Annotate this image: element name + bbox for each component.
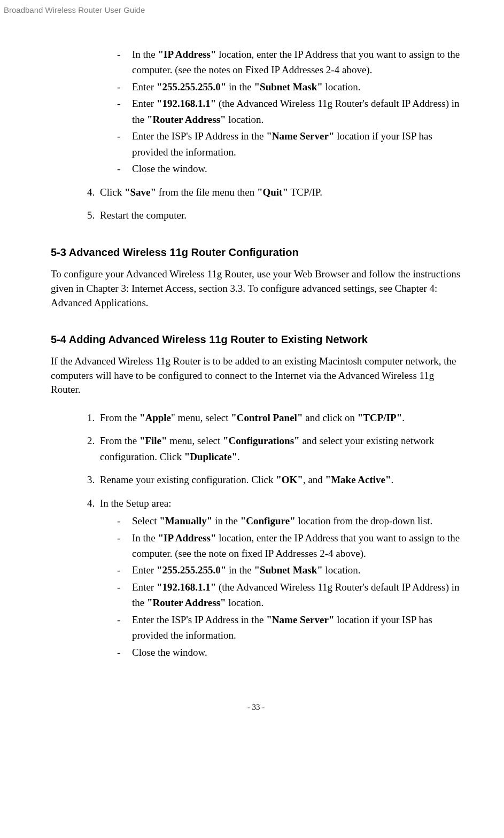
text: Close the window. <box>132 163 207 174</box>
text: Click <box>100 187 125 198</box>
section-heading-5-3: 5-3 Advanced Wireless 11g Router Configu… <box>51 246 461 259</box>
text: From the <box>100 412 139 423</box>
page-number: - 33 - <box>51 703 461 712</box>
section-paragraph: To configure your Advanced Wireless 11g … <box>51 267 461 310</box>
list-item: 4. In the Setup area: - Select "Manually… <box>51 495 461 660</box>
text: . <box>402 412 405 423</box>
sub-item: - Close the window. <box>100 161 461 176</box>
text: Enter <box>132 581 157 593</box>
sub-item: - Enter "192.168.1.1" (the Advanced Wire… <box>100 96 461 127</box>
list-number: 3. <box>87 472 95 487</box>
list-item: - In the "IP Address" location, enter th… <box>51 46 461 177</box>
text-bold: "Router Address" <box>147 597 226 608</box>
text: Rename your existing configuration. Clic… <box>100 474 276 485</box>
text: from the file menu then <box>156 187 257 198</box>
bullet-dash: - <box>117 96 120 111</box>
list-item: 5. Restart the computer. <box>51 207 461 223</box>
text-bold: "Duplicate" <box>184 451 237 462</box>
sub-item: - Select "Manually" in the "Configure" l… <box>100 513 461 529</box>
bullet-dash: - <box>117 46 120 62</box>
text: and click on <box>303 412 357 423</box>
bullet-dash: - <box>117 612 120 627</box>
text-bold: "Subnet Mask" <box>254 81 323 92</box>
bullet-dash: - <box>117 579 120 595</box>
list-number: 4. <box>87 495 95 511</box>
text: In the <box>132 532 158 544</box>
text: . <box>391 474 394 485</box>
text: location. <box>323 564 361 576</box>
bullet-dash: - <box>117 645 120 660</box>
sub-item: - Enter the ISP's IP Address in the "Nam… <box>100 128 461 160</box>
text: Enter the ISP's IP Address in the <box>132 614 266 625</box>
numbered-list: 1. From the "Apple" menu, select "Contro… <box>51 410 461 660</box>
sub-item: - In the "IP Address" location, enter th… <box>100 530 461 562</box>
text-bold: "192.168.1.1" <box>157 581 216 593</box>
text-bold: "192.168.1.1" <box>157 98 216 109</box>
list-item: 3. Rename your existing configuration. C… <box>51 472 461 487</box>
text-bold: "File" <box>139 435 167 446</box>
bullet-dash: - <box>117 513 120 529</box>
text-bold: "Make Active" <box>325 474 391 485</box>
text: Close the window. <box>132 647 207 658</box>
text: In the Setup area: <box>100 498 171 509</box>
text-bold: "Control Panel" <box>231 412 303 423</box>
text: menu, select <box>167 435 223 446</box>
bullet-dash: - <box>117 79 120 95</box>
text: From the <box>100 435 139 446</box>
sub-item: - Enter "255.255.255.0" in the "Subnet M… <box>100 79 461 95</box>
sub-item: - Enter "255.255.255.0" in the "Subnet M… <box>100 562 461 578</box>
text: in the <box>226 81 254 92</box>
running-header: Broadband Wireless Router User Guide <box>4 5 461 14</box>
list-number: 2. <box>87 433 95 448</box>
text: TCP/IP. <box>288 187 322 198</box>
text: location. <box>323 81 361 92</box>
text-bold: "Name Server" <box>266 614 334 625</box>
text: Select <box>132 515 159 526</box>
sub-item: - In the "IP Address" location, enter th… <box>100 46 461 78</box>
text-bold: "Save" <box>125 187 156 198</box>
sub-item: - Close the window. <box>100 645 461 660</box>
text-bold: "Configure" <box>241 515 296 526</box>
list-item: 2. From the "File" menu, select "Configu… <box>51 433 461 464</box>
text: location from the drop-down list. <box>296 515 432 526</box>
text: Enter <box>132 564 157 576</box>
text-bold: "Subnet Mask" <box>254 564 323 576</box>
sub-item: - Enter "192.168.1.1" (the Advanced Wire… <box>100 579 461 611</box>
list-number: 1. <box>87 410 95 425</box>
bullet-dash: - <box>117 161 120 176</box>
text: location. <box>226 597 264 608</box>
bullet-dash: - <box>117 530 120 546</box>
text-bold: "Router Address" <box>147 114 226 125</box>
list-number: 5. <box>87 207 95 223</box>
text-bold: "TCP/IP" <box>358 412 402 423</box>
text-bold: "Configurations" <box>223 435 300 446</box>
text-bold: "Apple <box>139 412 171 423</box>
text-bold: "IP Address" <box>158 49 216 60</box>
text-bold: "Manually" <box>159 515 212 526</box>
text-bold: "IP Address" <box>158 532 216 544</box>
text-bold: "OK" <box>276 474 303 485</box>
sub-item: - Enter the ISP's IP Address in the "Nam… <box>100 612 461 643</box>
section-heading-5-4: 5-4 Adding Advanced Wireless 11g Router … <box>51 333 461 346</box>
bullet-dash: - <box>117 562 120 578</box>
sub-list: - In the "IP Address" location, enter th… <box>100 46 461 177</box>
text-bold: "Name Server" <box>266 130 334 142</box>
list-item: 1. From the "Apple" menu, select "Contro… <box>51 410 461 425</box>
text: Enter <box>132 98 157 109</box>
text: location. <box>226 114 264 125</box>
text-bold: "Quit" <box>257 187 288 198</box>
text: In the <box>132 49 158 60</box>
continued-list: - In the "IP Address" location, enter th… <box>51 46 461 223</box>
text: , and <box>303 474 325 485</box>
text: Enter the ISP's IP Address in the <box>132 130 266 142</box>
text: in the <box>212 515 240 526</box>
text: Enter <box>132 81 157 92</box>
bullet-dash: - <box>117 128 120 144</box>
text: . <box>237 451 240 462</box>
section-paragraph: If the Advanced Wireless 11g Router is t… <box>51 354 461 397</box>
list-number: 4. <box>87 184 95 200</box>
text: in the <box>226 564 254 576</box>
sub-list: - Select "Manually" in the "Configure" l… <box>100 513 461 660</box>
text-bold: "255.255.255.0" <box>157 564 226 576</box>
text-bold: "255.255.255.0" <box>157 81 226 92</box>
